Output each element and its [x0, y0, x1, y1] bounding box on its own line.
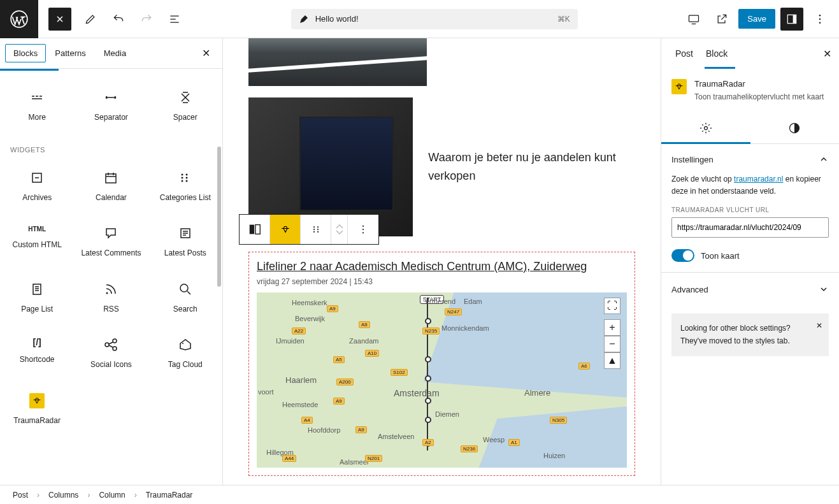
svg-point-18	[180, 284, 188, 292]
redo-icon[interactable]	[135, 8, 158, 31]
svg-point-6	[819, 22, 821, 24]
edit-mode-icon[interactable]	[79, 8, 102, 31]
block-name: TraumaRadar	[694, 79, 824, 89]
breadcrumb-post[interactable]: Post	[13, 491, 28, 500]
command-center[interactable]: Hello world! ⌘K	[291, 9, 578, 29]
svg-point-21	[113, 347, 117, 350]
tab-blocks[interactable]: Blocks	[5, 44, 46, 62]
traumaradar-icon	[671, 79, 687, 94]
pen-icon	[299, 14, 309, 24]
close-inserter-button[interactable]	[48, 8, 71, 31]
close-inserter-icon[interactable]: ✕	[194, 47, 217, 59]
map-zoom-out-icon[interactable]: −	[604, 336, 620, 352]
block-more[interactable]: More	[0, 78, 74, 134]
document-overview-icon[interactable]	[163, 8, 186, 31]
block-tag-cloud[interactable]: Tag Cloud	[148, 326, 222, 382]
svg-point-17	[106, 292, 108, 294]
svg-point-34	[704, 127, 707, 130]
block-search[interactable]: Search	[148, 270, 222, 326]
widgets-heading: WIDGETS	[0, 134, 222, 159]
block-toolbar	[239, 214, 379, 245]
paragraph-caption[interactable]: Waarom je beter nu je aandelen kunt verk…	[428, 148, 648, 185]
chevron-up-icon	[819, 154, 829, 164]
svg-point-26	[313, 229, 314, 230]
breadcrumb-columns[interactable]: Columns	[48, 491, 78, 500]
block-custom-html[interactable]: HTMLCustom HTML	[0, 214, 74, 270]
block-archives[interactable]: Archives	[0, 159, 74, 215]
flight-map[interactable]: START Heemskerk Beverwijk IJmuiden Zaand…	[257, 292, 627, 468]
tab-block[interactable]: Block	[699, 40, 734, 68]
move-arrows[interactable]	[331, 215, 348, 244]
svg-point-19	[105, 343, 109, 347]
block-social-icons[interactable]: Social Icons	[74, 326, 148, 382]
svg-point-14	[185, 180, 187, 182]
gear-icon	[699, 122, 712, 134]
block-traumaradar[interactable]: TraumaRadar	[0, 382, 74, 438]
flight-date: vrijdag 27 september 2024 | 15:43	[257, 277, 627, 286]
svg-point-20	[113, 339, 117, 343]
settings-help: Zoek de vlucht op traumaradar.nl en kopi…	[671, 173, 829, 198]
svg-rect-24	[255, 225, 259, 234]
block-separator[interactable]: Separator	[74, 78, 148, 134]
dismiss-notice-icon[interactable]: ✕	[816, 320, 822, 332]
options-menu-icon[interactable]	[808, 8, 831, 31]
breadcrumb: Post › Columns › Column › TraumaRadar	[0, 485, 839, 504]
svg-point-25	[313, 226, 314, 227]
close-sidebar-icon[interactable]: ✕	[823, 48, 831, 60]
map-compass-icon[interactable]: ▲	[604, 352, 620, 369]
styles-notice: Looking for other block settings? They'v…	[671, 313, 829, 356]
svg-point-27	[313, 231, 314, 233]
view-desktop-icon[interactable]	[682, 8, 705, 31]
wp-logo[interactable]	[0, 0, 38, 38]
block-page-list[interactable]: Page List	[0, 270, 74, 326]
styles-subtab[interactable]	[750, 113, 840, 143]
undo-icon[interactable]	[107, 8, 130, 31]
block-shortcode[interactable]: [/]Shortcode	[0, 326, 74, 382]
settings-subtab[interactable]	[661, 113, 750, 143]
svg-point-31	[362, 226, 364, 227]
block-rss[interactable]: RSS	[74, 270, 148, 326]
tab-post[interactable]: Post	[669, 40, 699, 68]
chevron-down-icon	[819, 284, 829, 294]
contrast-icon	[788, 122, 801, 134]
svg-rect-1	[689, 15, 699, 22]
tab-patterns[interactable]: Patterns	[46, 42, 94, 64]
save-button[interactable]: Save	[738, 9, 775, 29]
block-calendar[interactable]: Calendar	[74, 159, 148, 215]
settings-section-toggle[interactable]: Instellingen	[671, 154, 829, 164]
settings-panel-toggle[interactable]	[780, 8, 803, 31]
svg-rect-8	[106, 174, 116, 183]
flight-url-input[interactable]	[671, 217, 829, 238]
traumaradar-block[interactable]: Lifeliner 2 naar Academisch Medisch Cent…	[248, 252, 635, 476]
svg-point-13	[185, 176, 187, 178]
chevron-right-icon: ›	[134, 491, 137, 500]
traumaradar-icon	[29, 393, 45, 408]
traumaradar-link[interactable]: traumaradar.nl	[734, 175, 783, 184]
chevron-right-icon: ›	[37, 491, 39, 500]
scrollbar[interactable]	[217, 147, 221, 287]
parent-column-icon[interactable]	[240, 215, 270, 244]
chevron-right-icon: ›	[87, 491, 90, 500]
advanced-section-toggle[interactable]: Advanced	[661, 273, 839, 306]
block-latest-comments[interactable]: Latest Comments	[74, 214, 148, 270]
breadcrumb-column[interactable]: Column	[99, 491, 125, 500]
breadcrumb-traumaradar[interactable]: TraumaRadar	[146, 491, 193, 500]
tab-media[interactable]: Media	[95, 42, 135, 64]
svg-point-12	[185, 173, 187, 175]
block-options-icon[interactable]	[348, 215, 378, 244]
traumaradar-block-icon[interactable]	[270, 215, 301, 244]
svg-point-11	[181, 180, 183, 182]
svg-rect-16	[33, 284, 41, 294]
block-latest-posts[interactable]: Latest Posts	[148, 214, 222, 270]
block-categories-list[interactable]: Categories List	[148, 159, 222, 215]
map-zoom-in-icon[interactable]: +	[604, 319, 620, 336]
image-block-road[interactable]	[248, 38, 427, 86]
svg-rect-23	[249, 225, 254, 234]
map-fullscreen-icon[interactable]: ⛶	[604, 298, 620, 314]
document-title: Hello world!	[315, 14, 359, 24]
show-map-toggle[interactable]	[671, 249, 694, 262]
drag-handle-icon[interactable]	[301, 215, 331, 244]
block-spacer[interactable]: Spacer	[148, 78, 222, 134]
preview-external-icon[interactable]	[710, 8, 733, 31]
svg-point-29	[317, 229, 318, 230]
